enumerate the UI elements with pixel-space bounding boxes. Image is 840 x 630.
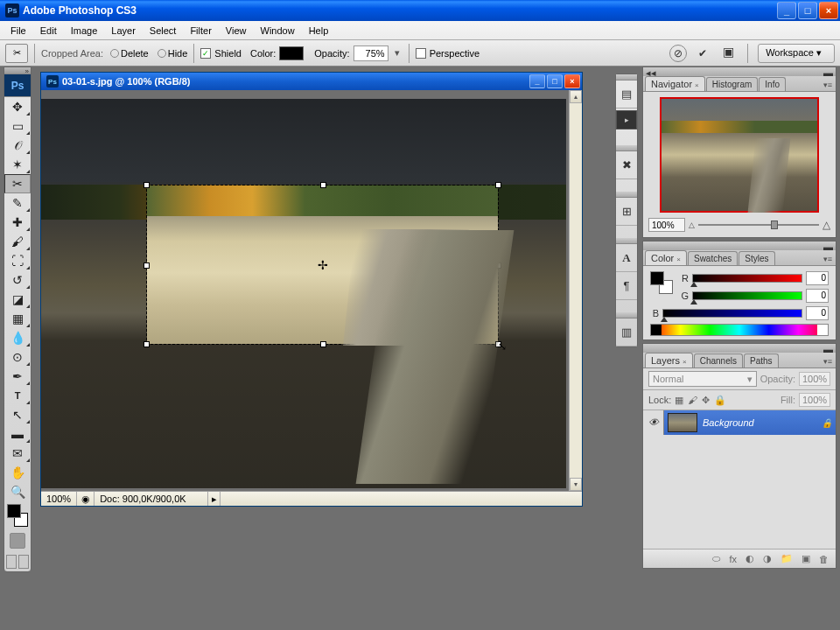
screen-mode-icon[interactable]: ▣ [718,45,738,62]
layer-opacity-input[interactable]: 100% [799,372,830,386]
b-value[interactable]: 0 [806,306,829,320]
link-layers-icon[interactable]: ⬭ [712,553,720,564]
color-spectrum[interactable] [650,324,829,336]
layer-name[interactable]: Background [703,417,818,428]
tab-swatches[interactable]: Swatches [688,251,738,265]
pen-tool[interactable]: ✒ [4,367,31,386]
notes-tool[interactable]: ✉ [4,444,31,463]
layer-row-background[interactable]: 👁 Background 🔒 [643,410,836,435]
color-menu-icon[interactable]: ▾≡ [820,253,836,265]
dock-history-icon[interactable]: ▤ [616,80,637,108]
status-arrow-icon[interactable]: ▸ [208,492,220,506]
menu-edit[interactable]: Edit [33,23,64,38]
marquee-tool[interactable]: ▭ [4,116,31,136]
crop-hide-radio[interactable] [158,49,166,58]
opacity-dropdown-icon[interactable]: ▾ [392,47,402,59]
menu-filter[interactable]: Filter [183,23,218,38]
dodge-tool[interactable]: ⊙ [4,347,31,367]
opacity-input[interactable]: 75% [354,46,388,61]
zoom-level[interactable]: 100% [41,492,77,506]
crop-handle-mr[interactable] [495,262,501,269]
tab-info[interactable]: Info [759,77,786,91]
navigator-thumbnail[interactable] [660,97,819,213]
blur-tool[interactable]: 💧 [4,328,31,347]
menu-view[interactable]: View [219,23,254,38]
blend-mode-select[interactable]: Normal▾ [648,371,757,387]
dock-layercomps-icon[interactable]: ▥ [616,318,637,346]
history-brush-tool[interactable]: ↺ [4,270,31,290]
dock-character-icon[interactable]: A [616,244,637,272]
cancel-crop-button[interactable]: ⊘ [669,45,687,62]
dock-paragraph-icon[interactable]: ¶ [616,272,637,300]
active-tool-crop-icon[interactable]: ✂ [5,44,28,63]
commit-crop-button[interactable]: ✔ [694,45,711,62]
layer-mask-icon[interactable]: ◐ [746,553,754,564]
zoom-out-icon[interactable]: △ [689,220,695,229]
shield-color-swatch[interactable] [279,46,304,60]
navigator-zoom-slider[interactable] [698,219,819,231]
crop-handle-tr[interactable] [495,182,501,188]
tab-channels[interactable]: Channels [694,354,743,368]
navigator-zoom-input[interactable]: 100% [648,218,685,232]
perspective-checkbox[interactable]: ✓ [416,48,426,59]
new-layer-icon[interactable]: ▣ [802,553,810,564]
b-slider[interactable] [662,309,802,318]
dock-grip[interactable] [616,74,637,80]
color-panel-grip[interactable]: ▬ [642,241,836,250]
path-select-tool[interactable]: ↖ [4,405,31,424]
fg-bg-color[interactable] [4,501,31,529]
vertical-scrollbar[interactable]: ▴ ▾ [569,90,582,491]
screenmode-2[interactable] [18,555,29,569]
r-slider[interactable] [692,274,802,283]
shield-checkbox[interactable]: ✓ [200,48,211,59]
crop-handle-tm[interactable] [320,182,326,188]
quick-mask-button[interactable] [10,533,25,549]
r-value[interactable]: 0 [806,271,829,285]
tab-paths[interactable]: Paths [744,354,779,368]
scroll-up-icon[interactable]: ▴ [570,90,582,103]
doc-maximize-button[interactable]: □ [547,74,563,88]
menu-select[interactable]: Select [143,23,184,38]
stamp-tool[interactable]: ⛶ [4,251,31,270]
delete-layer-icon[interactable]: 🗑 [819,554,829,564]
crop-tool[interactable]: ✂ [4,174,31,193]
layers-menu-icon[interactable]: ▾≡ [820,355,836,368]
menu-window[interactable]: Window [254,23,302,38]
scroll-down-icon[interactable]: ▾ [570,478,582,491]
eraser-tool[interactable]: ◪ [4,290,31,309]
adjustment-layer-icon[interactable]: ◑ [763,553,772,564]
navigator-menu-icon[interactable]: ▾≡ [820,79,836,91]
toolbox-grip[interactable]: » [4,67,31,74]
crop-handle-bm[interactable] [320,341,326,347]
quick-select-tool[interactable]: ✶ [4,155,31,174]
move-tool[interactable]: ✥ [4,97,31,116]
menu-file[interactable]: File [4,23,33,38]
status-menu-icon[interactable]: ◉ [77,492,94,506]
layer-group-icon[interactable]: 📁 [780,553,793,564]
brush-tool[interactable]: 🖌 [4,232,31,251]
window-maximize-button[interactable]: □ [798,2,817,19]
tab-layers[interactable]: Layers× [645,353,693,368]
navigator-panel-grip[interactable]: ◂◂▬ [642,66,836,76]
crop-delete-radio[interactable] [110,49,119,58]
document-canvas[interactable]: ✢ ⤡ [41,90,569,491]
shape-tool[interactable]: ▬ [4,424,31,444]
doc-minimize-button[interactable]: _ [529,74,545,88]
layer-thumbnail[interactable] [668,413,697,432]
lock-transparent-icon[interactable]: ▦ [675,395,683,406]
lasso-tool[interactable]: 𝒪 [4,136,31,155]
dock-toolpresets-icon[interactable]: ⊞ [616,198,637,226]
layer-fx-icon[interactable]: fx [729,554,737,564]
lock-all-icon[interactable]: 🔒 [714,395,726,406]
lock-position-icon[interactable]: ✥ [702,395,710,406]
g-value[interactable]: 0 [806,289,829,303]
crop-handle-bl[interactable] [144,341,150,347]
window-minimize-button[interactable]: _ [777,2,796,19]
lock-image-icon[interactable]: 🖌 [688,395,697,406]
hand-tool[interactable]: ✋ [4,463,31,482]
layers-panel-grip[interactable]: ▬ [642,343,836,353]
document-titlebar[interactable]: Ps 03-01-s.jpg @ 100% (RGB/8) _ □ × [41,73,582,90]
fill-input[interactable]: 100% [799,393,830,407]
layer-visibility-icon[interactable]: 👁 [643,410,664,435]
tab-navigator[interactable]: Navigator× [645,76,705,91]
